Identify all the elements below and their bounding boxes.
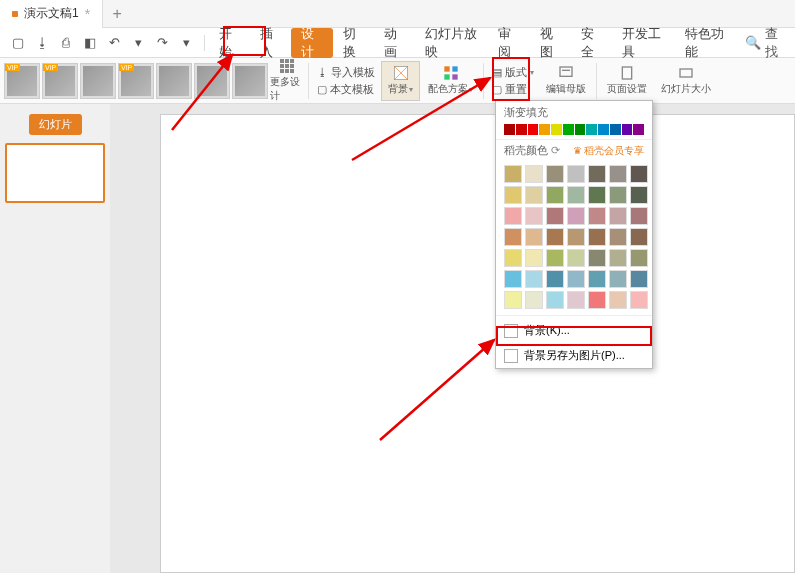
color-swatch[interactable]: [588, 186, 606, 204]
print-icon[interactable]: ⎙: [56, 33, 76, 53]
docer-vip-label[interactable]: ♛稻壳会员专享: [573, 144, 644, 158]
gradient-swatch[interactable]: [586, 124, 597, 135]
color-swatch[interactable]: [630, 291, 648, 309]
layout-button[interactable]: ▤ 版式▾: [488, 64, 538, 81]
save-icon[interactable]: ▢: [8, 33, 28, 53]
color-swatch[interactable]: [567, 207, 585, 225]
color-swatch[interactable]: [609, 228, 627, 246]
color-swatch[interactable]: [567, 270, 585, 288]
color-swatch[interactable]: [546, 207, 564, 225]
color-swatch[interactable]: [504, 228, 522, 246]
redo-icon[interactable]: ↷: [152, 33, 172, 53]
tab-design[interactable]: 设计: [291, 28, 332, 58]
gradient-swatch[interactable]: [575, 124, 586, 135]
gradient-swatch[interactable]: [528, 124, 539, 135]
gradient-swatch[interactable]: [622, 124, 633, 135]
color-swatch[interactable]: [609, 249, 627, 267]
color-swatch[interactable]: [609, 165, 627, 183]
tab-animation[interactable]: 动画: [374, 28, 415, 58]
color-swatch[interactable]: [504, 207, 522, 225]
tab-special[interactable]: 特色功能: [675, 28, 738, 58]
refresh-icon[interactable]: ⟳: [551, 144, 560, 157]
color-swatch[interactable]: [588, 291, 606, 309]
gradient-swatch[interactable]: [551, 124, 562, 135]
color-swatch[interactable]: [525, 291, 543, 309]
theme-thumbnail[interactable]: [42, 63, 78, 99]
search-button[interactable]: 🔍 查找: [737, 25, 791, 61]
gradient-swatch[interactable]: [610, 124, 621, 135]
page-setup-button[interactable]: 页面设置: [601, 61, 653, 101]
background-more-item[interactable]: 背景(K)...: [496, 318, 652, 343]
import-template-button[interactable]: ⭳ 导入模板: [313, 64, 379, 81]
color-swatch[interactable]: [525, 186, 543, 204]
gradient-swatch[interactable]: [516, 124, 527, 135]
theme-thumbnail[interactable]: [118, 63, 154, 99]
gradient-swatch[interactable]: [504, 124, 515, 135]
tab-view[interactable]: 视图: [530, 28, 571, 58]
color-swatch[interactable]: [504, 291, 522, 309]
color-swatch[interactable]: [609, 270, 627, 288]
color-swatch[interactable]: [504, 270, 522, 288]
color-swatch[interactable]: [630, 186, 648, 204]
tab-security[interactable]: 安全: [571, 28, 612, 58]
theme-thumbnail[interactable]: [80, 63, 116, 99]
gradient-swatch[interactable]: [598, 124, 609, 135]
slide-thumbnail[interactable]: [5, 143, 105, 203]
slide-panel-tab[interactable]: 幻灯片: [29, 114, 82, 135]
theme-thumbnail[interactable]: [194, 63, 230, 99]
reset-button[interactable]: ▢ 重置: [488, 81, 538, 98]
color-scheme-button[interactable]: 配色方案▾: [422, 61, 479, 101]
color-swatch[interactable]: [546, 228, 564, 246]
color-swatch[interactable]: [588, 270, 606, 288]
color-swatch[interactable]: [630, 249, 648, 267]
tab-transition[interactable]: 切换: [333, 28, 374, 58]
edit-master-button[interactable]: 编辑母版: [540, 61, 592, 101]
more-design-button[interactable]: 更多设计: [270, 59, 304, 103]
color-swatch[interactable]: [609, 291, 627, 309]
background-save-item[interactable]: 背景另存为图片(P)...: [496, 343, 652, 368]
color-swatch[interactable]: [525, 207, 543, 225]
gradient-swatch[interactable]: [633, 124, 644, 135]
color-swatch[interactable]: [546, 165, 564, 183]
color-swatch[interactable]: [567, 165, 585, 183]
color-swatch[interactable]: [630, 228, 648, 246]
this-template-button[interactable]: ▢ 本文模板: [313, 81, 379, 98]
color-swatch[interactable]: [567, 249, 585, 267]
preview-icon[interactable]: ◧: [80, 33, 100, 53]
gradient-swatch[interactable]: [563, 124, 574, 135]
tab-insert[interactable]: 插入: [250, 28, 291, 58]
color-swatch[interactable]: [588, 207, 606, 225]
gradient-swatch[interactable]: [539, 124, 550, 135]
color-swatch[interactable]: [588, 249, 606, 267]
background-button[interactable]: 背景▾: [381, 61, 420, 101]
tab-slideshow[interactable]: 幻灯片放映: [415, 28, 488, 58]
document-tab[interactable]: 演示文稿1 *: [0, 0, 103, 28]
color-swatch[interactable]: [567, 228, 585, 246]
color-swatch[interactable]: [588, 228, 606, 246]
export-icon[interactable]: ⭳: [32, 33, 52, 53]
color-swatch[interactable]: [567, 291, 585, 309]
theme-thumbnail[interactable]: [232, 63, 268, 99]
color-swatch[interactable]: [525, 270, 543, 288]
color-swatch[interactable]: [504, 186, 522, 204]
color-swatch[interactable]: [609, 186, 627, 204]
qat-more-icon[interactable]: ▾: [176, 33, 196, 53]
color-swatch[interactable]: [546, 186, 564, 204]
color-swatch[interactable]: [609, 207, 627, 225]
color-swatch[interactable]: [567, 186, 585, 204]
color-swatch[interactable]: [504, 249, 522, 267]
new-tab-button[interactable]: +: [103, 0, 131, 28]
slide-canvas[interactable]: [160, 114, 795, 573]
qat-dropdown-icon[interactable]: ▾: [128, 33, 148, 53]
theme-thumbnail[interactable]: [4, 63, 40, 99]
color-swatch[interactable]: [546, 249, 564, 267]
color-swatch[interactable]: [630, 165, 648, 183]
undo-icon[interactable]: ↶: [104, 33, 124, 53]
color-swatch[interactable]: [630, 207, 648, 225]
color-swatch[interactable]: [525, 165, 543, 183]
color-swatch[interactable]: [588, 165, 606, 183]
color-swatch[interactable]: [546, 291, 564, 309]
tab-dev[interactable]: 开发工具: [612, 28, 675, 58]
tab-review[interactable]: 审阅: [488, 28, 529, 58]
color-swatch[interactable]: [546, 270, 564, 288]
